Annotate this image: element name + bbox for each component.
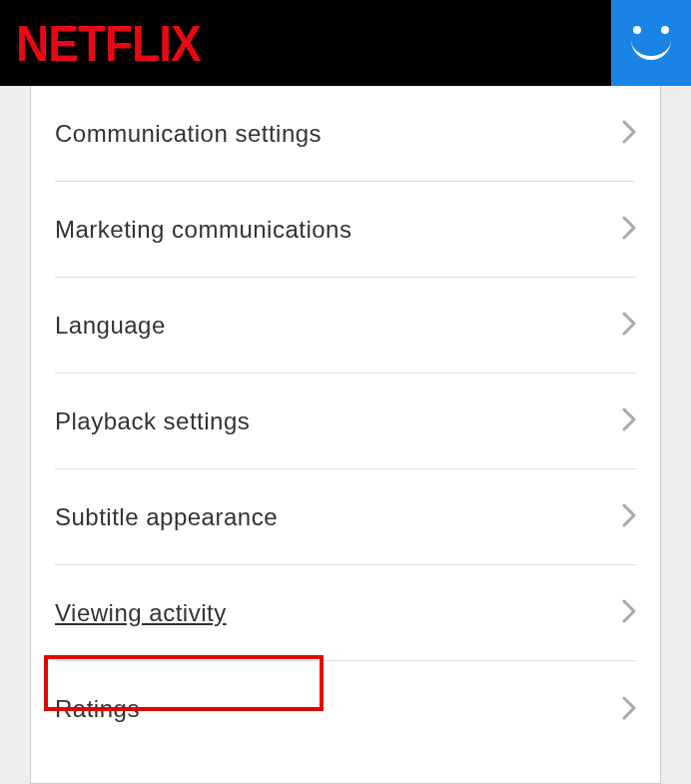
chevron-right-icon	[622, 498, 636, 535]
settings-label: Subtitle appearance	[55, 503, 278, 531]
settings-item-ratings[interactable]: Ratings	[55, 661, 636, 757]
settings-card: Communication settings Marketing communi…	[30, 86, 661, 784]
avatar-eye-icon	[661, 26, 669, 34]
settings-label: Communication settings	[55, 120, 322, 148]
profile-avatar[interactable]	[611, 0, 691, 86]
chevron-right-icon	[622, 402, 636, 439]
settings-label: Playback settings	[55, 407, 250, 435]
settings-item-playback[interactable]: Playback settings	[55, 374, 636, 469]
chevron-right-icon	[622, 115, 636, 152]
netflix-logo[interactable]: NETFLIX	[16, 13, 201, 72]
chevron-right-icon	[622, 691, 636, 728]
chevron-right-icon	[622, 594, 636, 631]
settings-label: Language	[55, 312, 166, 340]
settings-label: Marketing communications	[55, 216, 351, 244]
app-header: NETFLIX	[0, 0, 691, 86]
settings-item-marketing[interactable]: Marketing communications	[55, 182, 636, 278]
settings-item-subtitle[interactable]: Subtitle appearance	[55, 469, 636, 565]
settings-label: Ratings	[55, 695, 140, 723]
settings-label: Viewing activity	[55, 599, 227, 627]
chevron-right-icon	[622, 211, 636, 248]
avatar-eye-icon	[633, 26, 641, 34]
settings-item-communication[interactable]: Communication settings	[55, 86, 636, 182]
settings-item-viewing-activity[interactable]: Viewing activity	[55, 565, 636, 661]
settings-item-language[interactable]: Language	[55, 278, 636, 374]
avatar-smile-icon	[631, 40, 671, 60]
chevron-right-icon	[622, 307, 636, 344]
